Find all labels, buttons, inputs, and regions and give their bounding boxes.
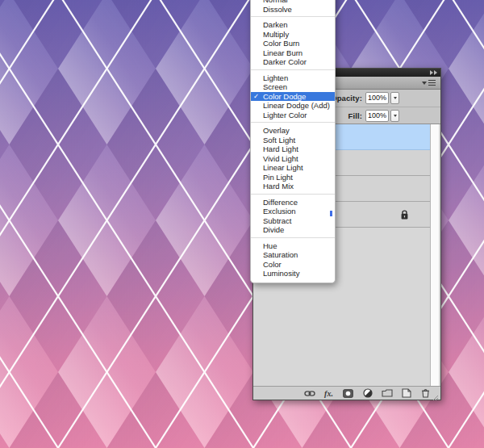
menu-item-vivid-light[interactable]: Vivid Light <box>251 154 335 164</box>
fx-label: fx. <box>324 389 333 398</box>
menu-item-screen[interactable]: Screen <box>251 82 335 92</box>
checkmark-icon: ✓ <box>253 92 259 102</box>
opacity-dropdown-arrow-icon[interactable] <box>390 92 399 104</box>
menu-item-divide[interactable]: Divide <box>251 225 335 235</box>
menu-item-soft-light[interactable]: Soft Light <box>251 136 335 145</box>
menu-item-linear-dodge-add[interactable]: Linear Dodge (Add) <box>251 101 335 111</box>
layer-thumbnail-sliver <box>330 211 332 216</box>
panel-resize-grip[interactable] <box>431 390 439 398</box>
menu-separator <box>251 237 335 238</box>
add-layer-mask-icon[interactable] <box>342 388 354 399</box>
menu-item-hard-light[interactable]: Hard Light <box>251 144 335 154</box>
menu-item-hard-mix[interactable]: Hard Mix <box>251 182 335 191</box>
menu-item-subtract[interactable]: Subtract <box>251 216 335 226</box>
fill-dropdown-arrow-icon[interactable] <box>390 110 399 122</box>
menu-item-hue[interactable]: Hue <box>251 241 335 251</box>
delete-layer-icon[interactable] <box>419 388 432 399</box>
new-adjustment-layer-icon[interactable] <box>361 388 373 399</box>
menu-item-linear-burn[interactable]: Linear Burn <box>251 48 335 58</box>
menu-item-overlay[interactable]: Overlay <box>251 126 335 136</box>
menu-item-multiply[interactable]: Multiply <box>251 30 335 40</box>
panel-menu-icon[interactable] <box>422 80 436 86</box>
lock-icon <box>399 209 410 220</box>
menu-item-linear-light[interactable]: Linear Light <box>251 163 335 173</box>
menu-item-difference[interactable]: Difference <box>251 198 335 207</box>
menu-item-color[interactable]: Color <box>251 260 335 270</box>
menu-separator <box>251 194 335 195</box>
menu-item-pin-light[interactable]: Pin Light <box>251 173 335 182</box>
menu-item-lighter-color[interactable]: Lighter Color <box>251 111 335 120</box>
blend-mode-menu: NormalDissolveDarkenMultiplyColor BurnLi… <box>250 0 336 283</box>
new-layer-icon[interactable] <box>400 388 412 399</box>
menu-item-darker-color[interactable]: Darker Color <box>251 57 335 67</box>
menu-separator <box>251 122 335 123</box>
menu-item-color-burn[interactable]: Color Burn <box>251 39 335 48</box>
new-group-icon[interactable] <box>381 388 393 399</box>
link-layers-icon[interactable] <box>303 388 315 399</box>
fill-input[interactable]: 100% <box>365 110 389 122</box>
menu-item-lighten[interactable]: Lighten <box>251 73 335 83</box>
menu-item-luminosity[interactable]: Luminosity <box>251 269 335 278</box>
menu-separator <box>251 69 335 70</box>
menu-item-dissolve[interactable]: Dissolve <box>251 5 335 15</box>
menu-item-saturation[interactable]: Saturation <box>251 250 335 260</box>
menu-item-darken[interactable]: Darken <box>251 20 335 30</box>
scrollbar-track[interactable] <box>430 124 439 386</box>
collapse-panels-icon[interactable] <box>430 70 437 75</box>
menu-item-exclusion[interactable]: Exclusion <box>251 207 335 216</box>
menu-separator <box>251 16 335 17</box>
menu-item-color-dodge[interactable]: ✓Color Dodge <box>251 92 335 102</box>
opacity-input[interactable]: 100% <box>365 92 389 104</box>
layer-style-fx-icon[interactable]: fx. <box>323 388 335 399</box>
panel-bottom-toolbar: fx. <box>253 386 440 400</box>
